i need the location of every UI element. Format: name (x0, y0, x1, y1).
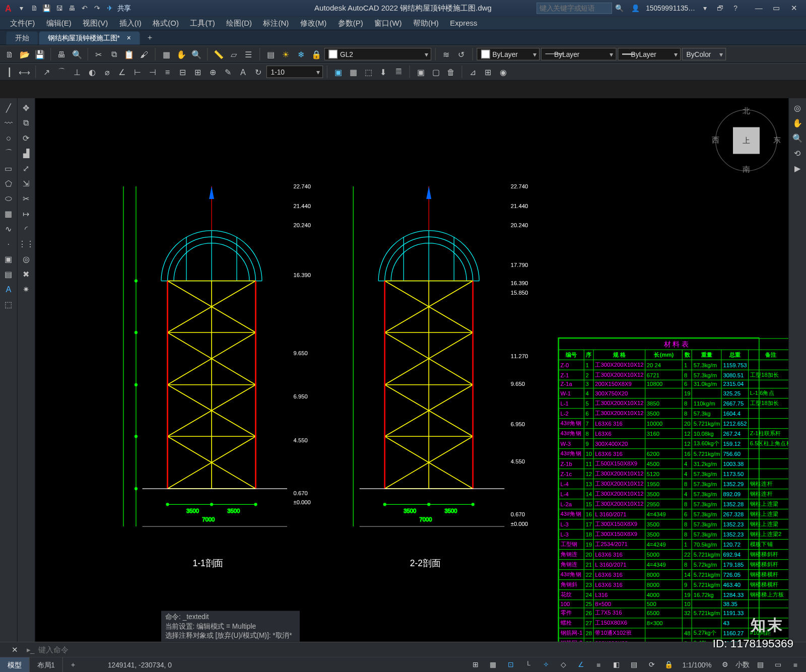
qnew-icon[interactable]: 🗎 (3, 47, 17, 61)
gear-icon[interactable]: ⚙ (718, 658, 732, 671)
matchprop-icon[interactable]: 🖌 (138, 47, 152, 61)
polar-icon[interactable]: ✧ (539, 658, 553, 671)
pan-icon[interactable]: ✋ (174, 47, 188, 61)
mtext-icon[interactable]: A (1, 282, 16, 296)
trim-icon[interactable]: ✂ (19, 191, 34, 206)
list-icon[interactable]: ☰ (242, 47, 256, 61)
dist-icon[interactable]: 📏 (212, 47, 226, 61)
orbit-icon[interactable]: ⟲ (790, 146, 805, 160)
centermark-icon[interactable]: ⊕ (206, 65, 220, 79)
pline-icon[interactable]: 〰 (1, 116, 16, 130)
add-layout-button[interactable]: ＋ (63, 660, 83, 669)
hline-icon[interactable]: ┃ (3, 65, 17, 79)
fillet-icon[interactable]: ◜ (19, 222, 34, 236)
cut-icon[interactable]: ✂ (92, 47, 106, 61)
transparency-icon[interactable]: ◧ (609, 658, 623, 671)
dimupdate-icon[interactable]: ↻ (251, 65, 265, 79)
dimbreak-icon[interactable]: ⊟ (176, 65, 190, 79)
dimalign-icon[interactable]: ↗ (40, 65, 54, 79)
ungroup-icon[interactable]: ▢ (429, 65, 443, 79)
menu-tools[interactable]: 工具(T) (185, 16, 220, 30)
menu-file[interactable]: 文件(F) (5, 16, 40, 30)
dimord-icon[interactable]: ⊥ (70, 65, 84, 79)
search-icon[interactable]: 🔍 (615, 3, 625, 13)
layermatch-icon[interactable]: ≋ (440, 47, 454, 61)
workspace-icon[interactable]: ▤ (753, 658, 767, 671)
modelspace-icon[interactable]: ⊞ (468, 658, 482, 671)
menu-window[interactable]: 窗口(W) (369, 16, 407, 30)
tab-model[interactable]: 模型 (0, 657, 30, 672)
plot-icon[interactable]: 🖶 (67, 3, 77, 13)
move-icon[interactable]: ✥ (19, 101, 34, 115)
print-icon[interactable]: 🖶 (55, 47, 69, 61)
menu-format[interactable]: 格式(O) (148, 16, 184, 30)
viewcube-south[interactable]: 南 (743, 164, 750, 175)
help-icon[interactable]: ? (730, 3, 741, 13)
rotate-icon[interactable]: ⟳ (19, 131, 34, 145)
stretch-icon[interactable]: ⇲ (19, 176, 34, 190)
plotstyle-dropdown[interactable]: ByColor (682, 48, 726, 60)
sc-icon[interactable]: ⟳ (644, 658, 658, 671)
block-icon[interactable]: ▦ (159, 47, 173, 61)
cmd-close-icon[interactable]: ✕ (7, 645, 23, 654)
pan2-icon[interactable]: ✋ (790, 116, 805, 130)
layer-dropdown[interactable]: GL2 (324, 48, 432, 60)
extend-icon[interactable]: ↦ (19, 207, 34, 221)
menu-modify[interactable]: 修改(M) (295, 16, 332, 30)
signin-icon[interactable]: 👤 (631, 3, 641, 13)
menu-insert[interactable]: 插入(I) (114, 16, 147, 30)
vports-icon[interactable]: ⊞ (481, 65, 495, 79)
redo-icon[interactable]: ↷ (92, 3, 102, 13)
erase-icon[interactable]: ✖ (19, 267, 34, 281)
dimstyle-dropdown[interactable]: 1-10 (266, 65, 323, 78)
ellipse-icon[interactable]: ⬭ (1, 191, 16, 206)
drawing-canvas[interactable]: 北 南 西 东 上 (35, 98, 788, 642)
wblock-icon[interactable]: ⬚ (362, 65, 376, 79)
point-icon[interactable]: · (1, 237, 16, 251)
refedit-icon[interactable]: ▣ (331, 65, 346, 79)
osnap-icon[interactable]: ◇ (556, 658, 570, 671)
close-button[interactable]: ✕ (786, 2, 802, 15)
open2-icon[interactable]: 📂 (18, 47, 32, 61)
navwheel-icon[interactable]: ◎ (790, 101, 805, 115)
scale-icon[interactable]: ⤢ (19, 161, 34, 175)
copy2-icon[interactable]: ⧉ (19, 116, 34, 130)
customize-icon[interactable]: ≡ (788, 658, 802, 671)
save-icon[interactable]: 💾 (42, 3, 52, 13)
arc2-icon[interactable]: ⌒ (1, 146, 16, 160)
array-icon[interactable]: ⋮⋮ (19, 237, 34, 251)
3dorbit-icon[interactable]: ◉ (496, 65, 510, 79)
viewcube[interactable]: 北 南 西 东 上 (712, 106, 781, 175)
paste-icon[interactable]: 📋 (122, 47, 137, 61)
dimrad-icon[interactable]: ◐ (85, 65, 99, 79)
menu-parametric[interactable]: 参数(P) (333, 16, 368, 30)
color-dropdown[interactable]: ByLayer (477, 48, 540, 60)
tab-document[interactable]: 钢结构屋顶钟楼施工图* × (39, 32, 140, 45)
menu-view[interactable]: 视图(V) (78, 16, 113, 30)
share-label[interactable]: 共享 (117, 4, 131, 13)
clean-icon[interactable]: ▭ (771, 658, 785, 671)
dimedit-icon[interactable]: ✎ (221, 65, 235, 79)
open-icon[interactable]: 🗎 (29, 3, 39, 13)
layer-icon[interactable]: ▤ (264, 47, 278, 61)
tab-layout1[interactable]: 布局1 (30, 657, 63, 672)
purge-icon[interactable]: 🗑 (444, 65, 458, 79)
zoomext-icon[interactable]: 🔍 (790, 131, 805, 145)
app-menu-icon[interactable]: ▾ (700, 3, 710, 13)
showmotion-icon[interactable]: ▶ (790, 161, 805, 175)
menu-dimension[interactable]: 标注(N) (258, 16, 294, 30)
ortho-icon[interactable]: └ (521, 658, 535, 671)
battman-icon[interactable]: 𝄜 (392, 65, 406, 79)
dimspace-icon[interactable]: ≡ (161, 65, 175, 79)
rect-icon[interactable]: ▭ (1, 161, 16, 175)
dimcont-icon[interactable]: ⊣ (146, 65, 160, 79)
saveas-icon[interactable]: 🖫 (54, 3, 64, 13)
viewcube-east[interactable]: 东 (773, 135, 781, 146)
ucsicon-icon[interactable]: ⊿ (466, 65, 480, 79)
preview-icon[interactable]: 🔍 (70, 47, 84, 61)
save2-icon[interactable]: 💾 (33, 47, 47, 61)
dimbase-icon[interactable]: ⊢ (130, 65, 145, 79)
viewcube-north[interactable]: 北 (743, 106, 750, 116)
menu-edit[interactable]: 编辑(E) (41, 16, 77, 30)
viewcube-west[interactable]: 西 (712, 135, 719, 146)
